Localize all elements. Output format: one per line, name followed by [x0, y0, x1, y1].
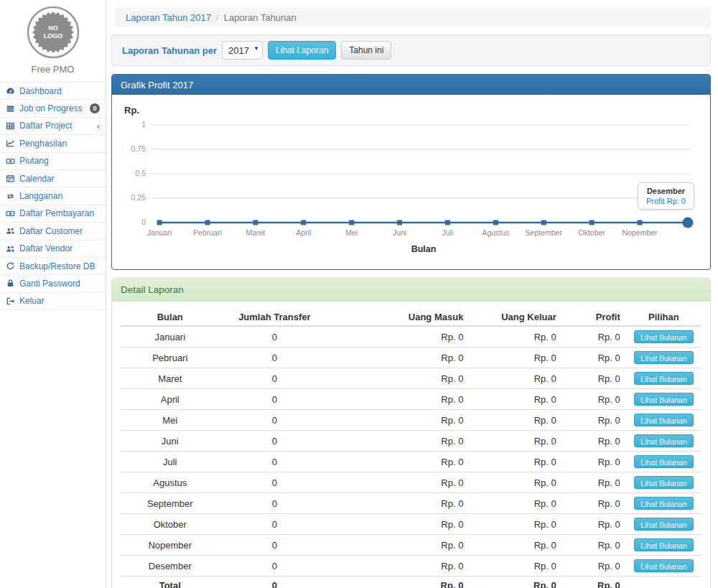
chart-point-juni[interactable] [397, 220, 402, 225]
view-monthly-button-nopember[interactable]: Lihat Bulanan [634, 538, 693, 551]
sidebar-item-daftar-vendor[interactable]: Daftar Vendor [0, 241, 106, 258]
sidebar-item-penghasilan[interactable]: Penghasilan [0, 135, 106, 152]
chart-point-pebruari[interactable] [205, 220, 210, 225]
cell-profit: Rp. 0 [562, 326, 626, 347]
table-row-agustus: Agustus0Rp. 0Rp. 0Rp. 0Lihat Bulanan [121, 472, 701, 493]
view-monthly-button-pebruari[interactable]: Lihat Bulanan [634, 351, 693, 364]
cell-uang-keluar: Rp. 0 [469, 368, 561, 389]
table-row-januari: Januari0Rp. 0Rp. 0Rp. 0Lihat Bulanan [121, 326, 701, 347]
chevron-left-icon: ‹ [97, 121, 100, 131]
chart-panel-title: Grafik Profit 2017 [112, 75, 710, 95]
svg-text:1: 1 [141, 121, 146, 129]
table-row-september: September0Rp. 0Rp. 0Rp. 0Lihat Bulanan [121, 493, 701, 514]
cell-jumlah-transfer: 0 [220, 452, 330, 472]
cell-uang-keluar: Rp. 0 [469, 347, 561, 368]
sidebar-item-piutang[interactable]: Piutang [0, 153, 106, 170]
cell-jumlah-transfer: 0 [220, 326, 330, 347]
cell-pilihan: Lihat Bulanan [626, 368, 701, 389]
sidebar-item-label: Daftar Project [19, 121, 72, 131]
chart-point-desember[interactable] [682, 218, 693, 228]
cell-uang-keluar: Rp. 0 [469, 389, 561, 410]
breadcrumb-active: Laporan Tahunan [224, 12, 297, 23]
profit-line-chart[interactable]: Rp.00.250.50.751JanuariPebruariMaretApri… [121, 102, 701, 261]
cell-bulan: September [121, 493, 220, 514]
view-monthly-button-juli[interactable]: Lihat Bulanan [634, 455, 693, 468]
count-badge: 0 [90, 103, 100, 113]
cell-bulan: Juni [121, 431, 220, 452]
view-monthly-button-agustus[interactable]: Lihat Bulanan [634, 476, 693, 489]
view-monthly-button-oktober[interactable]: Lihat Bulanan [634, 518, 693, 531]
sidebar-item-keluar[interactable]: Keluar [0, 293, 106, 310]
cell-pilihan: Lihat Bulanan [626, 410, 701, 431]
cell-profit: Rp. 0 [562, 472, 626, 493]
cell-bulan: Agustus [121, 472, 220, 493]
total-empty-cell [626, 577, 701, 588]
cell-uang-masuk: Rp. 0 [330, 326, 469, 347]
cell-jumlah-transfer: 0 [220, 389, 330, 410]
cell-pilihan: Lihat Bulanan [626, 514, 701, 535]
cell-uang-masuk: Rp. 0 [330, 410, 469, 431]
sidebar-item-daftar-project[interactable]: Daftar Project‹ [0, 118, 106, 135]
table-row-juni: Juni0Rp. 0Rp. 0Rp. 0Lihat Bulanan [121, 431, 701, 452]
chart-point-maret[interactable] [253, 220, 258, 225]
users-icon [6, 226, 16, 235]
col-header-uang-keluar: Uang Keluar [469, 309, 561, 326]
this-year-button[interactable]: Tahun ini [341, 41, 391, 60]
chart-point-agustus[interactable] [493, 220, 498, 225]
breadcrumb-link[interactable]: Laporan Tahun 2017 [126, 12, 211, 23]
cell-uang-keluar: Rp. 0 [469, 556, 561, 577]
svg-text:Rp.: Rp. [124, 105, 139, 116]
sidebar-item-daftar-customer[interactable]: Daftar Customer [0, 223, 106, 240]
sidebar-item-backup-restore-db[interactable]: Backup/Restore DB [0, 258, 106, 275]
cell-bulan: Desember [121, 556, 220, 577]
chart-point-mei[interactable] [349, 220, 354, 225]
total-profit: Rp. 0 [562, 577, 626, 588]
sidebar-item-label: Daftar Customer [19, 226, 83, 236]
cell-jumlah-transfer: 0 [220, 535, 330, 556]
breadcrumb-separator: / [211, 12, 224, 23]
breadcrumb: Laporan Tahun 2017 / Laporan Tahunan [115, 7, 711, 27]
sidebar-item-calendar[interactable]: Calendar [0, 170, 106, 187]
cell-profit: Rp. 0 [562, 389, 626, 410]
cell-bulan: Nopember [121, 535, 220, 556]
sidebar-item-label: Langganan [19, 191, 62, 201]
cell-jumlah-transfer: 0 [220, 347, 330, 368]
sidebar-item-job-on-progress[interactable]: Job on Progress0 [0, 100, 106, 117]
view-monthly-button-januari[interactable]: Lihat Bulanan [634, 330, 693, 343]
cell-pilihan: Lihat Bulanan [626, 556, 701, 577]
cell-uang-masuk: Rp. 0 [330, 347, 469, 368]
view-monthly-button-september[interactable]: Lihat Bulanan [634, 497, 693, 510]
sidebar-item-langganan[interactable]: Langganan [0, 187, 106, 205]
view-monthly-button-juni[interactable]: Lihat Bulanan [634, 434, 693, 447]
cell-uang-keluar: Rp. 0 [469, 452, 561, 472]
sidebar-item-label: Backup/Restore DB [19, 261, 95, 271]
chart-point-april[interactable] [301, 220, 306, 225]
view-monthly-button-maret[interactable]: Lihat Bulanan [634, 372, 693, 385]
chart-point-nopember[interactable] [638, 220, 643, 225]
svg-text:0.25: 0.25 [131, 194, 146, 202]
view-monthly-button-desember[interactable]: Lihat Bulanan [634, 559, 693, 572]
total-uang-keluar: Rp. 0 [469, 577, 561, 588]
sidebar-item-dashboard[interactable]: Dashboard [0, 83, 106, 100]
view-monthly-button-mei[interactable]: Lihat Bulanan [634, 414, 693, 426]
year-select[interactable]: 2017 [222, 41, 263, 60]
cell-pilihan: Lihat Bulanan [626, 535, 701, 556]
svg-text:Juli: Juli [442, 228, 454, 237]
view-monthly-button-april[interactable]: Lihat Bulanan [634, 393, 693, 406]
detail-report-panel: Detail Laporan BulanJumlah TransferUang … [111, 278, 711, 588]
chart-point-september[interactable] [541, 220, 546, 225]
chart-body: Rp.00.250.50.751JanuariPebruariMaretApri… [112, 95, 710, 269]
table-total-row: Total0Rp. 0Rp. 0Rp. 0 [121, 577, 701, 588]
cell-pilihan: Lihat Bulanan [626, 493, 701, 514]
chart-point-januari[interactable] [157, 220, 162, 225]
sidebar-item-label: Daftar Pembayaran [19, 208, 94, 218]
chart-point-oktober[interactable] [589, 220, 595, 225]
cell-uang-keluar: Rp. 0 [469, 493, 561, 514]
chart-point-juli[interactable] [445, 220, 450, 225]
col-header-jumlah-transfer: Jumlah Transfer [220, 309, 330, 326]
svg-text:Juni: Juni [393, 228, 406, 237]
sidebar-item-ganti-password[interactable]: Ganti Password [0, 275, 106, 292]
col-header-profit: Profit [562, 309, 626, 326]
sidebar-item-daftar-pembayaran[interactable]: Daftar Pembayaran [0, 205, 106, 223]
view-report-button[interactable]: Lihat Laporan [268, 41, 336, 60]
